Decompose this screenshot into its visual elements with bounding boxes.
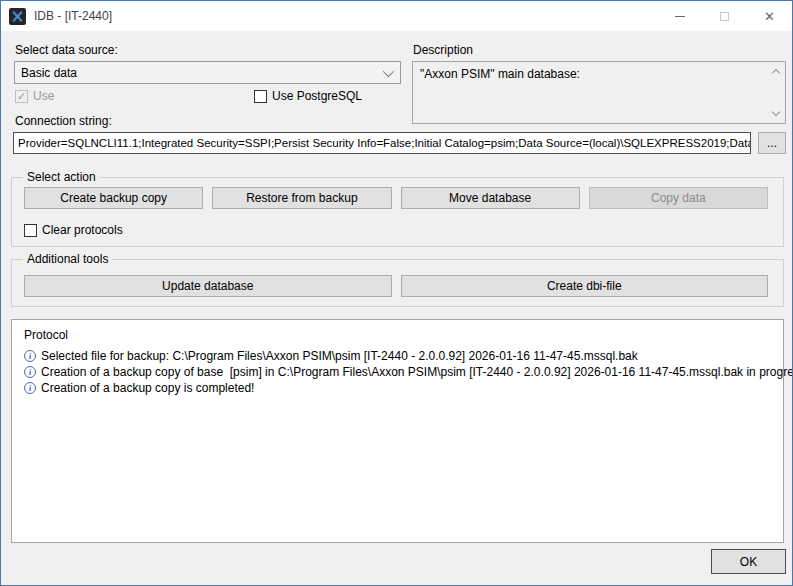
idb-dialog-window: IDB - [IT-2440] ✕ Select data source: Ba… [0, 0, 793, 586]
additional-tools-group-label: Additional tools [23, 252, 112, 266]
info-icon: i [24, 382, 36, 394]
tools-button-row: Update database Create dbi-file [24, 275, 768, 297]
move-database-button[interactable]: Move database [401, 187, 580, 209]
data-source-dropdown[interactable]: Basic data [14, 61, 401, 84]
browse-connection-button[interactable]: ... [758, 132, 786, 154]
protocol-title: Protocol [24, 328, 771, 342]
select-action-group-label: Select action [23, 170, 100, 184]
maximize-icon [720, 12, 729, 21]
log-entry: i Creation of a backup copy is completed… [24, 380, 771, 396]
log-entry: i Creation of a backup copy of base [psi… [24, 364, 771, 380]
create-dbi-file-button[interactable]: Create dbi-file [401, 275, 769, 297]
use-checkbox: ✓ Use [15, 89, 54, 103]
log-entry: i Selected file for backup: C:\Program F… [24, 348, 771, 364]
additional-tools-group: Additional tools Update database Create … [11, 259, 784, 307]
data-source-selected-value: Basic data [21, 66, 77, 80]
use-checkbox-box: ✓ [15, 90, 28, 103]
description-scrollbar[interactable] [768, 62, 785, 123]
update-database-button[interactable]: Update database [24, 275, 392, 297]
close-button[interactable]: ✕ [747, 1, 792, 31]
titlebar: IDB - [IT-2440] ✕ [1, 1, 792, 31]
minimize-button[interactable] [657, 1, 702, 31]
chevron-down-icon [383, 65, 394, 76]
select-action-group: Select action Create backup copy Restore… [11, 177, 784, 247]
description-label: Description [413, 43, 473, 57]
use-postgresql-checkbox-label: Use PostgreSQL [272, 89, 362, 103]
close-icon: ✕ [764, 10, 775, 23]
scroll-up-icon[interactable] [772, 69, 780, 77]
connection-string-input[interactable]: Provider=SQLNCLI11.1;Integrated Security… [13, 132, 751, 154]
create-backup-copy-button[interactable]: Create backup copy [24, 187, 203, 209]
protocol-panel[interactable]: Protocol i Selected file for backup: C:\… [11, 319, 784, 543]
restore-from-backup-button[interactable]: Restore from backup [212, 187, 391, 209]
scroll-down-icon[interactable] [772, 108, 780, 116]
clear-protocols-checkbox-label: Clear protocols [42, 223, 123, 237]
info-icon: i [24, 350, 36, 362]
log-entry-text: Selected file for backup: C:\Program Fil… [41, 349, 638, 363]
maximize-button[interactable] [702, 1, 747, 31]
log-entry-text: Creation of a backup copy is completed! [41, 381, 254, 395]
check-icon: ✓ [17, 91, 26, 102]
description-text: "Axxon PSIM" main database: [420, 67, 763, 81]
ok-button[interactable]: OK [711, 549, 786, 574]
clear-protocols-checkbox-box[interactable] [24, 224, 37, 237]
connection-string-label: Connection string: [15, 114, 112, 128]
info-icon: i [24, 366, 36, 378]
use-postgresql-checkbox[interactable]: Use PostgreSQL [254, 89, 362, 103]
use-postgresql-checkbox-box[interactable] [254, 90, 267, 103]
caption-buttons: ✕ [657, 1, 792, 31]
log-entry-text: Creation of a backup copy of base [psim]… [41, 365, 793, 379]
minimize-icon [675, 16, 685, 17]
use-checkbox-label: Use [33, 89, 54, 103]
app-icon [9, 8, 26, 25]
data-source-label: Select data source: [15, 43, 118, 57]
copy-data-button: Copy data [589, 187, 768, 209]
description-box[interactable]: "Axxon PSIM" main database: [412, 61, 786, 124]
action-button-row: Create backup copy Restore from backup M… [24, 187, 768, 209]
clear-protocols-checkbox[interactable]: Clear protocols [24, 223, 123, 237]
window-title: IDB - [IT-2440] [34, 9, 112, 23]
